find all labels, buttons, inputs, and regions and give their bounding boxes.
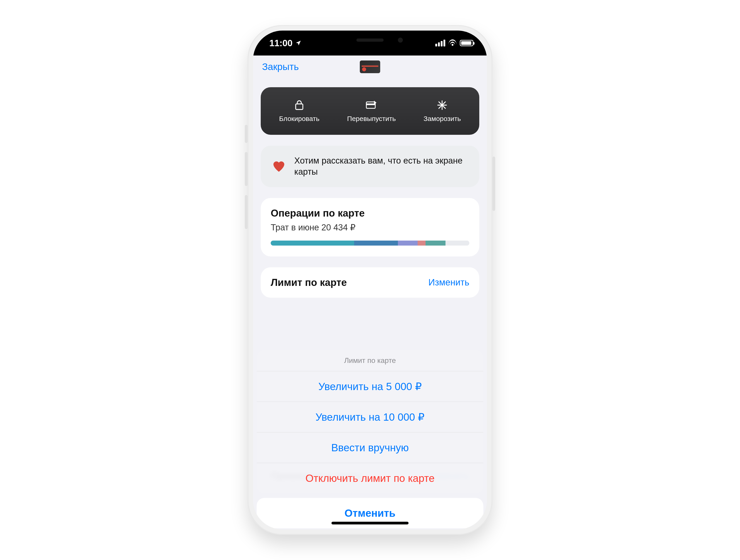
block-label: Блокировать bbox=[279, 115, 319, 123]
mute-switch bbox=[245, 125, 248, 143]
snowflake-icon bbox=[437, 99, 448, 111]
nav-bar: Закрыть bbox=[253, 55, 487, 78]
speaker-grille bbox=[356, 38, 384, 42]
location-icon bbox=[295, 40, 301, 46]
operations-bar-segment bbox=[398, 241, 418, 246]
operations-bar-segment bbox=[426, 241, 446, 246]
status-time: 11:00 bbox=[269, 38, 292, 48]
operations-bar-segment bbox=[354, 241, 398, 246]
power-button bbox=[492, 156, 495, 211]
freeze-button[interactable]: Заморозить bbox=[424, 99, 461, 123]
battery-icon bbox=[460, 40, 473, 46]
phone-screen: 11:00 Закрыть bbox=[253, 30, 487, 530]
phone-frame: 11:00 Закрыть bbox=[248, 25, 492, 535]
front-camera bbox=[398, 37, 403, 42]
operations-title: Операции по карте bbox=[271, 208, 469, 219]
limit-card[interactable]: Лимит по карте Изменить bbox=[261, 267, 479, 298]
increase-10000-button[interactable]: Увеличить на 10 000 ₽ bbox=[257, 402, 483, 433]
notch bbox=[310, 30, 430, 49]
svg-rect-1 bbox=[366, 104, 375, 105]
limit-title: Лимит по карте bbox=[271, 277, 347, 288]
status-left: 11:00 bbox=[269, 38, 301, 48]
operations-bar bbox=[271, 241, 469, 246]
close-button[interactable]: Закрыть bbox=[262, 62, 299, 72]
enter-manually-button[interactable]: Ввести вручную bbox=[257, 433, 483, 463]
operations-bar-segment bbox=[418, 241, 426, 246]
limit-edit-button[interactable]: Изменить bbox=[429, 277, 469, 288]
status-right bbox=[435, 39, 473, 47]
card-reissue-icon bbox=[366, 99, 377, 111]
block-button[interactable]: Блокировать bbox=[279, 99, 319, 123]
freeze-label: Заморозить bbox=[424, 115, 461, 123]
operations-bar-segment bbox=[271, 241, 354, 246]
canvas: 11:00 Закрыть bbox=[0, 0, 740, 560]
heart-icon bbox=[272, 159, 286, 174]
volume-down-button bbox=[245, 195, 248, 229]
sheet-title: Лимит по карте bbox=[257, 350, 483, 371]
disable-limit-button[interactable]: Отключить лимит по карте bbox=[257, 463, 483, 493]
tip-text: Хотим рассказать вам, что есть на экране… bbox=[294, 155, 468, 178]
operations-subtitle: Трат в июне 20 434 ₽ bbox=[271, 222, 469, 232]
action-sheet: Лимит по карте Увеличить на 5 000 ₽ Увел… bbox=[257, 350, 483, 528]
wifi-icon bbox=[448, 39, 457, 47]
screen-content: Закрыть Блокировать bbox=[253, 55, 487, 530]
lock-icon bbox=[294, 99, 305, 111]
operations-bar-segment bbox=[446, 241, 469, 246]
volume-up-button bbox=[245, 152, 248, 186]
card-thumbnail[interactable] bbox=[360, 61, 380, 73]
tip-card[interactable]: Хотим рассказать вам, что есть на экране… bbox=[261, 146, 479, 187]
cellular-icon bbox=[435, 40, 445, 46]
increase-5000-button[interactable]: Увеличить на 5 000 ₽ bbox=[257, 371, 483, 402]
quick-actions: Блокировать Перевыпустить bbox=[261, 87, 479, 135]
action-sheet-panel: Лимит по карте Увеличить на 5 000 ₽ Увел… bbox=[257, 350, 483, 493]
home-indicator[interactable] bbox=[332, 522, 408, 525]
reissue-label: Перевыпустить bbox=[347, 115, 396, 123]
reissue-button[interactable]: Перевыпустить bbox=[347, 99, 396, 123]
operations-card[interactable]: Операции по карте Трат в июне 20 434 ₽ bbox=[261, 198, 479, 256]
